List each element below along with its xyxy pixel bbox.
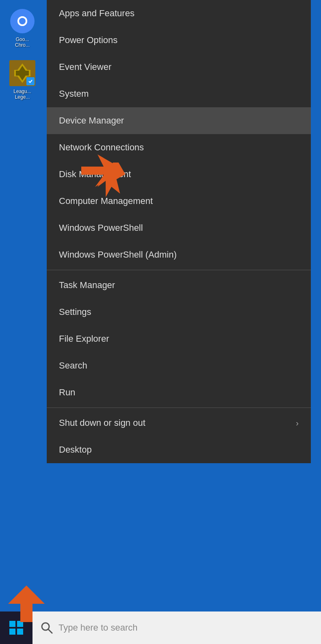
menu-item-search[interactable]: Search <box>47 352 311 379</box>
svg-rect-11 <box>9 621 15 627</box>
menu-item-network-connections[interactable]: Network Connections <box>47 134 311 161</box>
menu-item-label-settings: Settings <box>59 307 91 317</box>
start-button[interactable] <box>0 611 33 644</box>
taskbar: Type here to search <box>0 611 321 644</box>
menu-item-label-shut-down-sign-out: Shut down or sign out <box>59 418 145 428</box>
menu-item-file-explorer[interactable]: File Explorer <box>47 325 311 352</box>
svg-rect-7 <box>28 78 33 84</box>
context-menu: Apps and FeaturesPower OptionsEvent View… <box>47 0 311 463</box>
menu-item-label-apps-features: Apps and Features <box>59 8 134 19</box>
menu-item-computer-management[interactable]: Computer Management <box>47 188 311 215</box>
menu-item-label-task-manager: Task Manager <box>59 280 115 291</box>
menu-item-label-run: Run <box>59 387 75 398</box>
menu-item-label-desktop: Desktop <box>59 445 92 455</box>
menu-item-windows-powershell[interactable]: Windows PowerShell <box>47 215 311 241</box>
menu-item-run[interactable]: Run <box>47 379 311 406</box>
menu-item-label-search: Search <box>59 360 87 371</box>
menu-item-label-windows-powershell-admin: Windows PowerShell (Admin) <box>59 249 177 260</box>
menu-item-label-event-viewer: Event Viewer <box>59 62 111 72</box>
menu-item-power-options[interactable]: Power Options <box>47 27 311 54</box>
taskbar-search[interactable]: Type here to search <box>33 611 321 644</box>
menu-item-settings[interactable]: Settings <box>47 299 311 325</box>
chrome-icon-image <box>9 8 35 34</box>
menu-item-event-viewer[interactable]: Event Viewer <box>47 54 311 80</box>
svg-rect-14 <box>17 629 23 635</box>
menu-item-task-manager[interactable]: Task Manager <box>47 272 311 299</box>
desktop: Goo...Chro... Leagu...Lege... <box>0 0 321 644</box>
menu-item-label-power-options: Power Options <box>59 35 117 46</box>
windows-logo-icon <box>9 620 24 635</box>
league-icon[interactable]: Leagu...Lege... <box>4 60 41 100</box>
menu-separator <box>47 270 311 270</box>
menu-item-label-computer-management: Computer Management <box>59 196 153 206</box>
menu-item-device-manager[interactable]: Device Manager <box>47 107 311 134</box>
menu-item-label-disk-management: Disk Management <box>59 169 131 180</box>
menu-item-label-windows-powershell: Windows PowerShell <box>59 223 143 233</box>
league-icon-image <box>9 60 35 86</box>
search-icon <box>41 622 53 634</box>
menu-item-desktop[interactable]: Desktop <box>47 436 311 463</box>
chevron-icon: › <box>296 418 299 428</box>
chrome-icon[interactable]: Goo...Chro... <box>4 8 41 48</box>
svg-rect-13 <box>9 629 15 635</box>
menu-item-label-device-manager: Device Manager <box>59 115 124 126</box>
menu-item-label-system: System <box>59 89 89 99</box>
menu-item-disk-management[interactable]: Disk Management <box>47 161 311 188</box>
menu-item-windows-powershell-admin[interactable]: Windows PowerShell (Admin) <box>47 241 311 268</box>
menu-item-shut-down-sign-out[interactable]: Shut down or sign out› <box>47 410 311 436</box>
desktop-icons-area: Goo...Chro... Leagu...Lege... <box>0 0 45 108</box>
svg-point-3 <box>19 18 26 24</box>
chrome-label: Goo...Chro... <box>15 37 30 48</box>
league-label: Leagu...Lege... <box>13 89 31 100</box>
menu-separator <box>47 408 311 408</box>
menu-item-system[interactable]: System <box>47 80 311 107</box>
svg-rect-12 <box>17 621 23 627</box>
menu-item-label-file-explorer: File Explorer <box>59 334 109 344</box>
menu-item-label-network-connections: Network Connections <box>59 142 144 153</box>
search-placeholder-text: Type here to search <box>59 622 137 633</box>
svg-line-16 <box>48 629 52 633</box>
menu-item-apps-features[interactable]: Apps and Features <box>47 0 311 27</box>
